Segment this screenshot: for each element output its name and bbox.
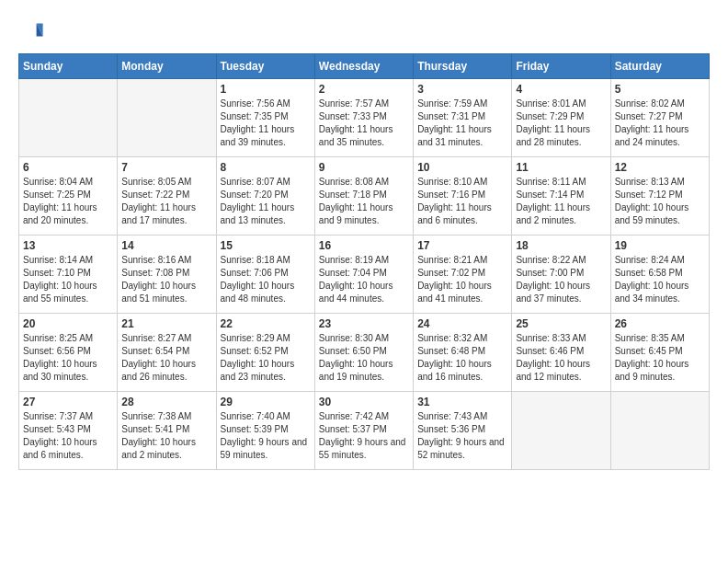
sunrise: Sunrise: 8:35 AM xyxy=(615,333,685,343)
calendar-week-3: 13 Sunrise: 8:14 AM Sunset: 7:10 PM Dayl… xyxy=(19,236,710,314)
daylight: Daylight: 11 hours and 17 minutes. xyxy=(121,202,196,225)
daylight: Daylight: 9 hours and 55 minutes. xyxy=(319,437,406,460)
daylight: Daylight: 10 hours and 51 minutes. xyxy=(121,281,196,304)
day-info: Sunrise: 8:24 AM Sunset: 6:58 PM Dayligh… xyxy=(615,254,705,305)
weekday-header-tuesday: Tuesday xyxy=(216,54,314,79)
calendar-cell: 15 Sunrise: 8:18 AM Sunset: 7:06 PM Dayl… xyxy=(216,236,314,314)
daylight: Daylight: 10 hours and 44 minutes. xyxy=(319,281,393,304)
sunset: Sunset: 7:35 PM xyxy=(221,111,289,121)
sunset: Sunset: 6:52 PM xyxy=(221,346,289,356)
sunrise: Sunrise: 8:02 AM xyxy=(615,98,685,109)
sunrise: Sunrise: 7:43 AM xyxy=(417,411,487,421)
day-number: 18 xyxy=(516,239,606,252)
day-number: 24 xyxy=(417,317,507,330)
sunrise: Sunrise: 8:32 AM xyxy=(417,333,487,343)
day-info: Sunrise: 8:07 AM Sunset: 7:20 PM Dayligh… xyxy=(221,176,311,227)
weekday-header-row: SundayMondayTuesdayWednesdayThursdayFrid… xyxy=(19,54,710,79)
day-number: 20 xyxy=(23,317,113,330)
calendar-cell: 27 Sunrise: 7:37 AM Sunset: 5:43 PM Dayl… xyxy=(19,392,118,470)
day-number: 27 xyxy=(23,396,113,408)
calendar-cell: 18 Sunrise: 8:22 AM Sunset: 7:00 PM Dayl… xyxy=(512,236,610,314)
daylight: Daylight: 10 hours and 30 minutes. xyxy=(23,359,97,382)
sunrise: Sunrise: 7:42 AM xyxy=(319,411,389,421)
weekday-header-saturday: Saturday xyxy=(610,54,709,79)
day-info: Sunrise: 8:25 AM Sunset: 6:56 PM Dayligh… xyxy=(23,332,113,384)
calendar-cell: 30 Sunrise: 7:42 AM Sunset: 5:37 PM Dayl… xyxy=(314,392,413,470)
daylight: Daylight: 10 hours and 9 minutes. xyxy=(615,359,689,382)
calendar-cell xyxy=(610,392,709,470)
calendar-cell: 12 Sunrise: 8:13 AM Sunset: 7:12 PM Dayl… xyxy=(610,157,709,236)
calendar-cell xyxy=(118,79,216,157)
sunrise: Sunrise: 7:38 AM xyxy=(121,411,191,421)
day-number: 5 xyxy=(615,83,705,96)
day-number: 14 xyxy=(121,239,211,252)
calendar-cell: 10 Sunrise: 8:10 AM Sunset: 7:16 PM Dayl… xyxy=(414,157,512,236)
sunset: Sunset: 6:48 PM xyxy=(417,346,485,356)
day-info: Sunrise: 8:04 AM Sunset: 7:25 PM Dayligh… xyxy=(23,176,113,227)
sunrise: Sunrise: 8:21 AM xyxy=(417,255,487,265)
daylight: Daylight: 10 hours and 6 minutes. xyxy=(23,437,97,460)
calendar-cell: 31 Sunrise: 7:43 AM Sunset: 5:36 PM Dayl… xyxy=(414,392,512,470)
day-number: 25 xyxy=(516,317,606,330)
day-number: 6 xyxy=(23,161,113,174)
daylight: Daylight: 11 hours and 13 minutes. xyxy=(221,202,295,225)
calendar-cell: 13 Sunrise: 8:14 AM Sunset: 7:10 PM Dayl… xyxy=(19,236,118,314)
day-info: Sunrise: 8:29 AM Sunset: 6:52 PM Dayligh… xyxy=(221,332,311,384)
day-number: 3 xyxy=(417,83,507,96)
sunset: Sunset: 5:41 PM xyxy=(121,424,189,434)
day-info: Sunrise: 8:30 AM Sunset: 6:50 PM Dayligh… xyxy=(319,332,409,384)
sunset: Sunset: 7:22 PM xyxy=(121,190,189,200)
sunset: Sunset: 7:06 PM xyxy=(221,268,289,278)
daylight: Daylight: 10 hours and 41 minutes. xyxy=(417,281,492,304)
calendar-cell xyxy=(512,392,610,470)
daylight: Daylight: 11 hours and 28 minutes. xyxy=(516,124,590,147)
daylight: Daylight: 10 hours and 26 minutes. xyxy=(121,359,196,382)
daylight: Daylight: 10 hours and 19 minutes. xyxy=(319,359,393,382)
sunset: Sunset: 7:27 PM xyxy=(615,111,683,121)
daylight: Daylight: 11 hours and 6 minutes. xyxy=(417,202,492,225)
calendar-cell xyxy=(19,79,118,157)
sunrise: Sunrise: 8:33 AM xyxy=(516,333,586,343)
sunset: Sunset: 7:00 PM xyxy=(516,268,584,278)
daylight: Daylight: 10 hours and 16 minutes. xyxy=(417,359,492,382)
daylight: Daylight: 11 hours and 9 minutes. xyxy=(319,202,393,225)
day-number: 13 xyxy=(23,239,113,252)
weekday-header-monday: Monday xyxy=(118,54,216,79)
sunrise: Sunrise: 7:59 AM xyxy=(417,98,487,109)
sunset: Sunset: 7:20 PM xyxy=(221,190,289,200)
sunrise: Sunrise: 8:22 AM xyxy=(516,255,586,265)
sunrise: Sunrise: 8:29 AM xyxy=(221,333,290,343)
daylight: Daylight: 10 hours and 12 minutes. xyxy=(516,359,590,382)
day-info: Sunrise: 8:27 AM Sunset: 6:54 PM Dayligh… xyxy=(121,332,211,384)
daylight: Daylight: 10 hours and 48 minutes. xyxy=(221,281,295,304)
day-info: Sunrise: 8:02 AM Sunset: 7:27 PM Dayligh… xyxy=(615,98,705,149)
weekday-header-friday: Friday xyxy=(512,54,610,79)
sunset: Sunset: 5:36 PM xyxy=(417,424,485,434)
sunrise: Sunrise: 8:10 AM xyxy=(417,177,487,187)
sunset: Sunset: 6:58 PM xyxy=(615,268,683,278)
sunset: Sunset: 7:08 PM xyxy=(121,268,189,278)
sunrise: Sunrise: 8:30 AM xyxy=(319,333,389,343)
calendar-cell: 1 Sunrise: 7:56 AM Sunset: 7:35 PM Dayli… xyxy=(216,79,314,157)
calendar-cell: 25 Sunrise: 8:33 AM Sunset: 6:46 PM Dayl… xyxy=(512,314,610,392)
weekday-header-thursday: Thursday xyxy=(414,54,512,79)
logo-icon xyxy=(18,18,44,44)
day-info: Sunrise: 8:32 AM Sunset: 6:48 PM Dayligh… xyxy=(417,332,507,384)
sunrise: Sunrise: 7:57 AM xyxy=(319,98,389,109)
day-info: Sunrise: 7:40 AM Sunset: 5:39 PM Dayligh… xyxy=(221,410,311,462)
header xyxy=(18,18,710,44)
day-number: 19 xyxy=(615,239,705,252)
sunrise: Sunrise: 7:37 AM xyxy=(23,411,93,421)
calendar-cell: 17 Sunrise: 8:21 AM Sunset: 7:02 PM Dayl… xyxy=(414,236,512,314)
day-info: Sunrise: 8:10 AM Sunset: 7:16 PM Dayligh… xyxy=(417,176,507,227)
day-number: 11 xyxy=(516,161,606,174)
sunrise: Sunrise: 8:19 AM xyxy=(319,255,389,265)
sunset: Sunset: 7:33 PM xyxy=(319,111,387,121)
day-info: Sunrise: 7:43 AM Sunset: 5:36 PM Dayligh… xyxy=(417,410,507,462)
day-number: 22 xyxy=(221,317,311,330)
sunset: Sunset: 7:02 PM xyxy=(417,268,485,278)
day-info: Sunrise: 7:56 AM Sunset: 7:35 PM Dayligh… xyxy=(221,98,311,149)
sunset: Sunset: 5:39 PM xyxy=(221,424,289,434)
sunset: Sunset: 7:04 PM xyxy=(319,268,387,278)
daylight: Daylight: 10 hours and 23 minutes. xyxy=(221,359,295,382)
